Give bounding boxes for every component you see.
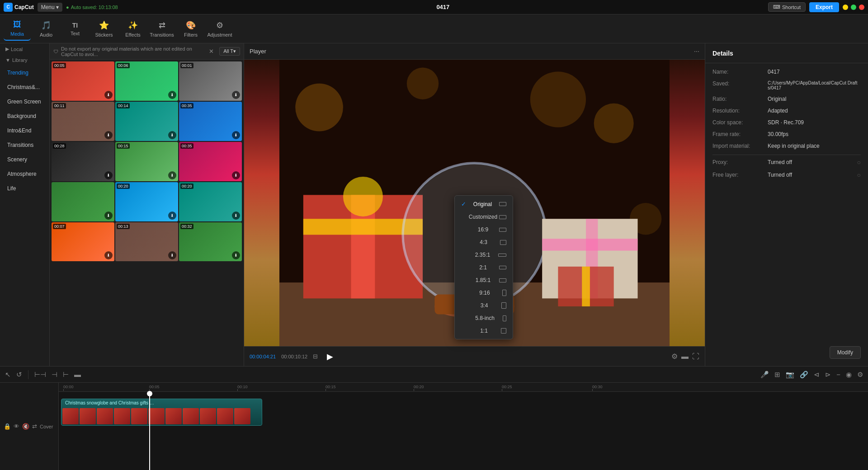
media-item[interactable]: ⬇ — [52, 182, 114, 221]
zoom-icon[interactable]: ◉ — [844, 369, 853, 380]
aspect-3-4[interactable]: 3:4 — [455, 299, 513, 312]
download-icon[interactable]: ⬇ — [168, 91, 176, 99]
media-item[interactable]: 00:11 ⬇ — [52, 102, 114, 141]
download-icon[interactable]: ⬇ — [168, 251, 176, 259]
aspect-4-3[interactable]: 4:3 — [455, 236, 513, 249]
mute-icon[interactable]: 🔇 — [22, 423, 29, 430]
aspect-original[interactable]: ✓ Original — [455, 197, 513, 211]
fullscreen-icon[interactable]: ⛶ — [692, 352, 699, 361]
play-button[interactable]: ▶ — [327, 352, 333, 362]
download-icon[interactable]: ⬇ — [232, 171, 240, 179]
aspect-5-8-inch[interactable]: 5.8-inch — [455, 312, 513, 324]
notification-close-icon[interactable]: ✕ — [209, 48, 214, 55]
zoom-out-icon[interactable]: − — [835, 369, 842, 380]
next-frame-icon[interactable]: ⊳ — [824, 369, 832, 380]
download-icon[interactable]: ⬇ — [232, 251, 240, 259]
timeline-area: ↖ ↺ ⊢⊣ ⊣ ⊢ ▬ 🎤 ⊞ 📷 🔗 ⊲ ⊳ − ◉ ⚙ 🔒 👁 🔇 ⇄ C… — [0, 366, 868, 470]
close-button[interactable] — [859, 5, 864, 10]
aspect-2-35-1[interactable]: 2.35:1 — [455, 249, 513, 261]
freelayer-toggle-icon[interactable]: ○ — [857, 171, 861, 179]
media-item[interactable]: 00:28 ⬇ — [52, 142, 114, 181]
maximize-button[interactable] — [851, 5, 856, 10]
proxy-toggle-icon[interactable]: ○ — [857, 159, 861, 166]
library-section-header[interactable]: ▼ Library — [0, 55, 49, 66]
shortcut-button[interactable]: ⌨ Shortcut — [768, 2, 806, 12]
download-icon[interactable]: ⬇ — [104, 171, 113, 179]
media-item[interactable]: 00:15 ⬇ — [115, 142, 178, 181]
timeline-icon[interactable]: ⊟ — [313, 353, 318, 360]
connection-icon[interactable]: ⇄ — [32, 423, 37, 430]
pointer-tool[interactable]: ↖ — [4, 369, 12, 380]
settings-icon[interactable]: ⚙ — [671, 352, 678, 361]
sidebar-item-atmosphere[interactable]: Atmosphere — [2, 167, 47, 181]
split-right[interactable]: ⊢ — [61, 369, 70, 380]
media-item[interactable]: 00:35 ⬇ — [179, 102, 242, 141]
mic-icon[interactable]: 🎤 — [759, 369, 770, 380]
sidebar-item-introend[interactable]: Intro&End — [2, 124, 47, 137]
sidebar-item-life[interactable]: Life — [2, 182, 47, 195]
sidebar-item-background[interactable]: Background — [2, 109, 47, 123]
media-item[interactable]: 00:07 ⬇ — [52, 222, 114, 262]
media-item[interactable]: 00:13 ⬇ — [115, 222, 178, 262]
player-menu-icon[interactable]: ⋯ — [694, 48, 699, 55]
aspect-9-16[interactable]: 9:16 — [455, 287, 513, 299]
all-filter-button[interactable]: All T▾ — [219, 47, 240, 56]
toolbar-stickers[interactable]: ⭐ Stickers — [90, 17, 118, 41]
download-icon[interactable]: ⬇ — [232, 131, 240, 139]
sidebar-item-scenery[interactable]: Scenery — [2, 153, 47, 166]
aspect-1-85-1[interactable]: 1.85:1 — [455, 274, 513, 287]
lock-icon[interactable]: 🔒 — [4, 423, 11, 430]
download-icon[interactable]: ⬇ — [168, 171, 176, 179]
settings-icon[interactable]: ⚙ — [856, 369, 864, 380]
sidebar-item-transitions[interactable]: Transitions — [2, 138, 47, 152]
sidebar-item-trending[interactable]: Trending — [2, 66, 47, 80]
prev-frame-icon[interactable]: ⊲ — [812, 369, 821, 380]
split-at-head[interactable]: ⊢⊣ — [33, 369, 47, 380]
media-item[interactable]: 00:14 ⬇ — [115, 102, 178, 141]
download-icon[interactable]: ⬇ — [104, 212, 113, 220]
link-icon[interactable]: 🔗 — [798, 369, 810, 380]
split-left[interactable]: ⊣ — [50, 369, 59, 380]
video-track[interactable]: Christmas snowglobe and Christmas gifts … — [61, 399, 262, 426]
toolbar-text[interactable]: TI Text — [61, 17, 89, 41]
aspect-16-9[interactable]: 16:9 — [455, 223, 513, 236]
minimize-button[interactable] — [843, 5, 848, 10]
download-icon[interactable]: ⬇ — [168, 131, 176, 139]
delete-segment[interactable]: ▬ — [73, 369, 82, 380]
sidebar-item-christmas[interactable]: Christmas&... — [2, 80, 47, 94]
media-item[interactable]: 00:06 ⬇ — [115, 61, 178, 101]
media-item[interactable]: 00:05 ⬇ — [52, 61, 114, 101]
media-item[interactable]: 00:01 ⬇ — [179, 61, 242, 101]
media-item[interactable]: 00:35 ⬇ — [179, 142, 242, 181]
toolbar-audio[interactable]: 🎵 Audio — [33, 17, 60, 41]
download-icon[interactable]: ⬇ — [232, 212, 240, 220]
detail-freelayer-row: Free layer: Turned off ○ — [712, 171, 861, 179]
toolbar-transitions[interactable]: ⇄ Transitions — [148, 17, 175, 41]
media-item[interactable]: 00:20 ⬇ — [115, 182, 178, 221]
export-button[interactable]: Export — [809, 2, 839, 12]
download-icon[interactable]: ⬇ — [104, 131, 113, 139]
download-icon[interactable]: ⬇ — [232, 91, 240, 99]
toolbar-adjustment[interactable]: ⚙ Adjustment — [206, 17, 233, 41]
toolbar-effects[interactable]: ✨ Effects — [119, 17, 146, 41]
sidebar-item-greenscreen[interactable]: Green Screen — [2, 95, 47, 108]
local-section-header[interactable]: ▶ Local — [0, 43, 49, 55]
download-icon[interactable]: ⬇ — [104, 91, 113, 99]
aspect-1-1[interactable]: 1:1 — [455, 324, 513, 337]
toolbar-filters[interactable]: 🎨 Filters — [177, 17, 204, 41]
camera-icon[interactable]: 📷 — [784, 369, 796, 380]
playhead[interactable] — [149, 392, 150, 470]
aspect-customized[interactable]: Customized — [455, 211, 513, 223]
menu-button[interactable]: Menu ▾ — [38, 3, 62, 12]
download-icon[interactable]: ⬇ — [104, 251, 113, 259]
media-item[interactable]: 00:32 ⬇ — [179, 222, 242, 262]
extract-audio-icon[interactable]: ⊞ — [773, 369, 782, 380]
visibility-icon[interactable]: 👁 — [14, 423, 19, 430]
undo-button[interactable]: ↺ — [15, 369, 24, 380]
modify-button[interactable]: Modify — [830, 346, 861, 359]
ratio-icon[interactable]: ▬ — [681, 352, 689, 361]
download-icon[interactable]: ⬇ — [168, 212, 176, 220]
aspect-2-1[interactable]: 2:1 — [455, 261, 513, 274]
toolbar-media[interactable]: 🖼 Media — [4, 17, 31, 41]
media-item[interactable]: 00:20 ⬇ — [179, 182, 242, 221]
